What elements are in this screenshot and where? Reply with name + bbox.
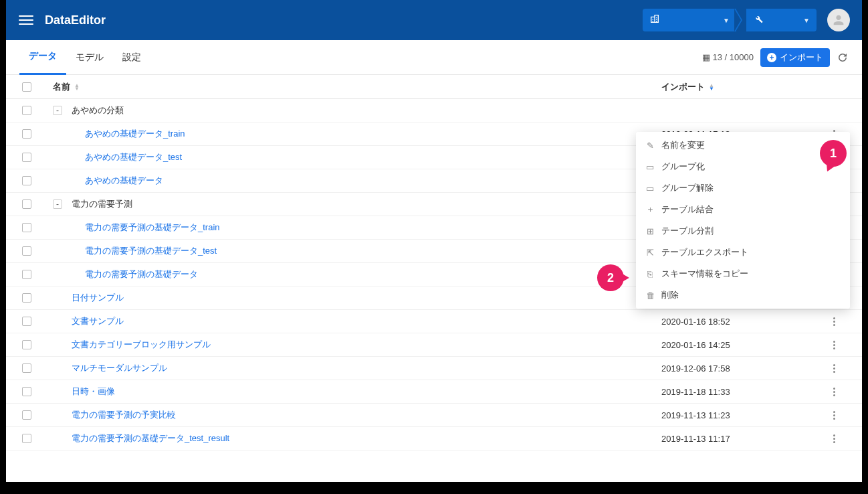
import-button[interactable]: + インポート — [760, 48, 830, 67]
import-date: 2020-01-16 18:52 — [661, 317, 822, 327]
menu-item-label: テーブル結合 — [661, 203, 714, 216]
row-checkbox[interactable] — [22, 153, 31, 162]
dataset-link[interactable]: 日時・画像 — [72, 386, 115, 398]
menu-item-label: テーブルエクスポート — [661, 246, 748, 258]
dataset-link[interactable]: 電力の需要予測の基礎データ_train — [85, 222, 220, 234]
menu-item[interactable]: ⇱テーブルエクスポート — [636, 242, 850, 263]
table-row: 電力の需要予測の予実比較2019-11-13 11:23 — [6, 404, 862, 427]
dataset-link[interactable]: あやめの基礎データ_test — [85, 151, 182, 163]
row-counter: ▦ 13 / 10000 — [702, 52, 754, 62]
group-name: あやめの分類 — [72, 104, 124, 116]
app-window: DataEditor ▼ ▼ データ モデル 設定 ▦ 13 / 10000 — [6, 0, 862, 482]
column-import[interactable]: インポート ▲▼ — [661, 81, 822, 93]
menu-item-label: グループ化 — [661, 161, 705, 173]
wrench-icon — [753, 13, 764, 27]
tab-model[interactable]: モデル — [66, 40, 113, 75]
context-menu: 1 2 ✎名前を変更▭グループ化▭グループ解除＋テーブル結合⊞テーブル分割⇱テー… — [636, 132, 850, 309]
row-actions-menu[interactable] — [829, 315, 839, 328]
import-date: 2019-11-13 11:17 — [661, 434, 822, 444]
table-row: -あやめの分類 — [6, 99, 862, 122]
dataset-link[interactable]: 電力の需要予測の基礎データ_test_result — [72, 432, 229, 444]
tab-bar: データ モデル 設定 ▦ 13 / 10000 + インポート — [6, 40, 862, 75]
row-checkbox[interactable] — [22, 410, 31, 420]
table-header: 名前 ▲▼ インポート ▲▼ — [6, 75, 862, 99]
import-date: 2020-01-16 14:25 — [661, 340, 822, 350]
row-actions-menu[interactable] — [829, 408, 839, 422]
dataset-link[interactable]: 電力の需要予測の基礎データ_test — [85, 245, 217, 257]
menu-item[interactable]: ⊞テーブル分割 — [636, 220, 850, 242]
dataset-link[interactable]: 電力の需要予測の予実比較 — [72, 409, 176, 421]
row-actions-menu[interactable] — [829, 432, 839, 445]
plus-circle-icon: + — [767, 53, 776, 62]
menu-item-label: スキーマ情報をコピー — [661, 268, 748, 280]
row-checkbox[interactable] — [22, 270, 31, 279]
row-checkbox[interactable] — [22, 363, 31, 373]
menu-item[interactable]: 🗑削除 — [636, 284, 850, 306]
dataset-link[interactable]: マルチモーダルサンプル — [72, 362, 167, 374]
import-date: 2019-11-13 11:23 — [661, 410, 822, 420]
column-name[interactable]: 名前 ▲▼ — [53, 81, 661, 93]
menu-item[interactable]: ✎名前を変更 — [636, 135, 850, 156]
menu-item-label: グループ解除 — [661, 182, 714, 194]
dataset-link[interactable]: 文書カテゴリーブロック用サンプル — [72, 339, 211, 351]
menu-item-icon: ⎘ — [645, 269, 655, 279]
table-icon: ▦ — [702, 52, 710, 62]
row-checkbox[interactable] — [22, 129, 31, 139]
row-checkbox[interactable] — [22, 434, 31, 443]
dataset-link[interactable]: あやめの基礎データ_train — [85, 128, 185, 140]
building-icon — [649, 13, 660, 27]
row-checkbox[interactable] — [22, 340, 31, 349]
sort-icon: ▲▼ — [74, 84, 80, 90]
select-all-checkbox[interactable] — [22, 82, 31, 92]
menu-item[interactable]: ▭グループ解除 — [636, 177, 850, 199]
row-checkbox[interactable] — [22, 106, 31, 115]
row-checkbox[interactable] — [22, 387, 31, 396]
avatar[interactable] — [827, 9, 850, 31]
table-row: マルチモーダルサンプル2019-12-06 17:58 — [6, 357, 862, 380]
row-checkbox[interactable] — [22, 293, 31, 303]
import-date: 2019-11-18 11:33 — [661, 387, 822, 397]
sort-icon: ▲▼ — [709, 84, 714, 90]
dataset-link[interactable]: あやめの基礎データ — [85, 175, 163, 187]
table-row: 日時・画像2019-11-18 11:33 — [6, 380, 862, 404]
row-checkbox[interactable] — [22, 199, 31, 209]
dataset-link[interactable]: 日付サンプル — [72, 292, 124, 304]
collapse-toggle[interactable]: - — [53, 199, 62, 209]
annotation-callout-2: 2 — [597, 264, 624, 291]
tab-data[interactable]: データ — [19, 40, 66, 75]
import-date: 2019-12-06 17:58 — [661, 363, 822, 374]
tab-settings[interactable]: 設定 — [113, 40, 150, 75]
user-icon — [831, 13, 846, 27]
data-table: 名前 ▲▼ インポート ▲▼ -あやめの分類あやめの基礎データ_train201… — [6, 75, 862, 450]
menu-item[interactable]: ▭グループ化 — [636, 156, 850, 177]
table-row: 電力の需要予測の基礎データ_test_result2019-11-13 11:1… — [6, 427, 862, 450]
row-actions-menu[interactable] — [829, 385, 839, 398]
menu-item-icon: ＋ — [645, 203, 655, 216]
menu-item-icon: 🗑 — [645, 291, 655, 301]
dataset-link[interactable]: 文書サンプル — [72, 315, 124, 327]
menu-item-icon: ▭ — [645, 183, 655, 193]
row-checkbox[interactable] — [22, 223, 31, 232]
menu-item-icon: ⊞ — [645, 226, 655, 236]
menu-item[interactable]: ＋テーブル結合 — [636, 199, 850, 220]
collapse-toggle[interactable]: - — [53, 106, 62, 115]
table-row: 文書カテゴリーブロック用サンプル2020-01-16 14:25 — [6, 333, 862, 357]
menu-item-icon: ✎ — [645, 141, 655, 151]
menu-item-label: テーブル分割 — [661, 225, 714, 237]
row-actions-menu[interactable] — [829, 338, 839, 351]
row-checkbox[interactable] — [22, 176, 31, 185]
hamburger-icon[interactable] — [18, 12, 34, 28]
menu-item[interactable]: ⎘スキーマ情報をコピー — [636, 263, 850, 284]
menu-item-label: 削除 — [661, 289, 679, 301]
table-row: 文書サンプル2020-01-16 18:52 — [6, 310, 862, 333]
workspace-dropdown[interactable]: ▼ — [643, 9, 736, 31]
row-checkbox[interactable] — [22, 246, 31, 256]
dataset-link[interactable]: 電力の需要予測の基礎データ — [85, 268, 198, 280]
group-name: 電力の需要予測 — [72, 198, 132, 210]
row-actions-menu[interactable] — [829, 361, 839, 375]
refresh-icon[interactable] — [837, 52, 849, 64]
tools-dropdown[interactable]: ▼ — [746, 9, 817, 31]
row-checkbox[interactable] — [22, 317, 31, 326]
annotation-callout-1: 1 — [820, 140, 847, 167]
chevron-down-icon: ▼ — [803, 17, 810, 24]
